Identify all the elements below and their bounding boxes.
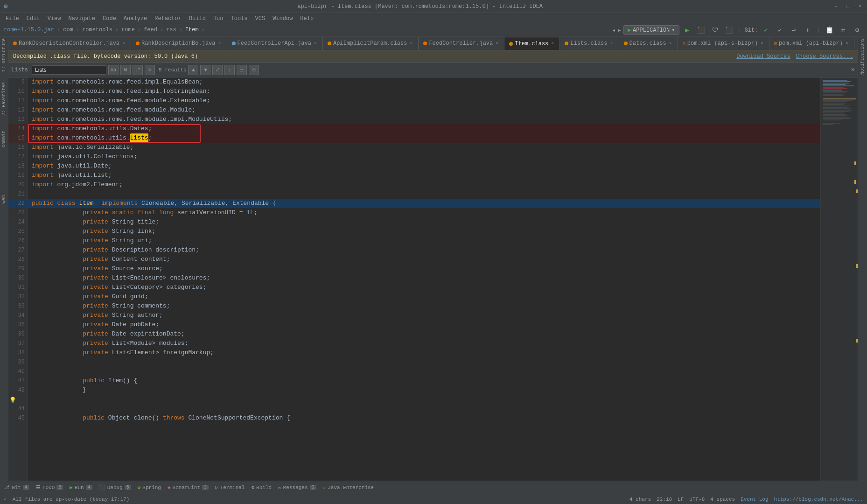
git-status[interactable]: ⎇ Git 4 — [4, 484, 29, 490]
status-encoding[interactable]: UTF-8 — [689, 497, 705, 502]
bookmark-btn[interactable]: 📋 — [823, 24, 835, 36]
find-next-btn[interactable]: ▼ — [200, 65, 210, 75]
tab-apiimplicitparam[interactable]: ApiImplicitParam.class × — [323, 37, 419, 50]
tab-close-feedcontroller[interactable]: × — [495, 41, 499, 47]
menu-window[interactable]: Window — [269, 13, 296, 24]
more-btn[interactable]: ⚙ — [851, 24, 863, 36]
tab-close-rankdescbo[interactable]: × — [217, 41, 222, 47]
git-push[interactable]: ⬆ — [802, 24, 814, 36]
menu-analyze[interactable]: Analyze — [120, 13, 151, 24]
messages-status[interactable]: ✉ Messages 0 — [278, 484, 316, 490]
run-button[interactable]: ▶ — [681, 24, 693, 36]
menu-help[interactable]: Help — [296, 13, 317, 24]
terminal-status[interactable]: ▷ Terminal — [215, 484, 245, 490]
tab-close-feedapi[interactable]: × — [313, 41, 318, 47]
stop-button[interactable]: ⬛ — [723, 24, 735, 36]
breadcrumb-rometools[interactable]: rometools — [82, 27, 112, 33]
tab-feedcontroller[interactable]: FeedController.java × — [419, 37, 504, 50]
tab-close-itemclass[interactable]: × — [550, 41, 555, 47]
find-expand-btn[interactable]: ⤢ — [212, 65, 223, 75]
debug-status[interactable]: ⬛ Debug 5 — [99, 484, 131, 490]
tab-lists-class[interactable]: Lists.class × — [560, 37, 619, 50]
event-log-link[interactable]: Event Log — [741, 497, 768, 502]
run-toolbar: ◂ ▸ ▶ APPLICATION ▾ ▶ ⬛ 🛡 ⬛ | Git: ✓ ✓ ↩… — [608, 24, 867, 36]
find-filter-btn[interactable]: ⊟ — [249, 65, 259, 75]
commit-panel-label[interactable]: Commit — [1, 131, 7, 147]
tab-label-datesclass: Dates.class — [629, 40, 666, 47]
find-prev-btn[interactable]: ▲ — [188, 65, 198, 75]
status-position[interactable]: 22:18 — [657, 497, 672, 502]
spring-status[interactable]: ✿ Spring — [138, 484, 161, 490]
status-lf[interactable]: LF — [678, 497, 684, 502]
tab-rankdescriptioncontroller[interactable]: RankDescriptionController.java × — [8, 37, 131, 50]
menu-edit[interactable]: Edit — [23, 13, 44, 24]
line-32: 32 — [8, 292, 28, 301]
build-status[interactable]: ⚙ Build — [251, 484, 272, 490]
find-count: 5 results — [159, 67, 186, 73]
find-match-case-btn[interactable]: Aa — [108, 65, 119, 75]
git-label: Git: — [744, 27, 758, 34]
debug-button[interactable]: ⬛ — [695, 24, 707, 36]
breadcrumb-com[interactable]: com — [63, 27, 73, 33]
choose-sources-link[interactable]: Choose Sources... — [796, 53, 853, 60]
download-sources-link[interactable]: Download Sources — [736, 53, 790, 60]
notifications-panel[interactable]: Notifications — [860, 38, 865, 75]
status-url[interactable]: https://blog.csdn.net/Anac... — [774, 497, 863, 502]
tab-pom-bizpr[interactable]: m pom.xml (api-bizpr) × — [769, 37, 854, 50]
tab-close-apiimplicit[interactable]: × — [409, 41, 413, 47]
find-in-selection-btn[interactable]: ≡ — [145, 65, 155, 75]
breadcrumb-item[interactable]: Item — [185, 27, 199, 33]
nav-btn[interactable]: ⇄ — [837, 24, 849, 36]
maximize-button[interactable]: □ — [845, 3, 851, 10]
find-close-button[interactable]: × — [851, 66, 855, 74]
code-line-37: private List<Module> modules; — [28, 339, 820, 348]
menu-code[interactable]: Code — [99, 13, 120, 24]
menu-build[interactable]: Build — [185, 13, 210, 24]
menu-file[interactable]: File — [2, 13, 23, 24]
close-button[interactable]: × — [857, 3, 863, 10]
status-chars[interactable]: 4 chars — [629, 497, 651, 502]
coverage-button[interactable]: 🛡 — [709, 24, 721, 36]
tab-item-class[interactable]: Item.class × — [504, 37, 560, 50]
menu-navigate[interactable]: Navigate — [64, 13, 99, 24]
java-enterprise-status[interactable]: ☕ Java Enterprise — [323, 484, 374, 490]
tab-feedcontrollerapi[interactable]: FeedControllerApi.java × — [227, 37, 323, 50]
back-btn[interactable]: ◂ — [612, 26, 615, 34]
run-status[interactable]: ▶ Run 4 — [70, 484, 92, 490]
git-check2[interactable]: ✓ — [774, 24, 786, 36]
sonar-status[interactable]: ◈ SonarLint 3 — [168, 484, 209, 490]
tab-close-rankdesc[interactable]: × — [121, 41, 126, 47]
tab-close-datesclass[interactable]: × — [668, 41, 673, 47]
menu-vcs[interactable]: VCS — [252, 13, 269, 24]
find-wrap-btn[interactable]: ↕ — [224, 65, 235, 75]
tab-pom-s-bizpr[interactable]: m pom.xml (api-s-bizpr) × — [678, 37, 769, 50]
breadcrumb-rss[interactable]: rss — [166, 27, 176, 33]
breadcrumb-jar[interactable]: rome-1.15.0.jar — [4, 27, 54, 33]
structure-panel-label[interactable]: 1: Structure — [1, 38, 7, 72]
find-whole-word-btn[interactable]: W — [120, 65, 131, 75]
fwd-btn[interactable]: ▸ — [617, 26, 621, 34]
tab-rankdescriptionbo[interactable]: RankDescriptionBo.java × — [131, 37, 227, 50]
find-highlight-btn[interactable]: ☰ — [237, 65, 247, 75]
favorites-panel-label[interactable]: 2: Favorites — [1, 82, 7, 116]
todo-status[interactable]: ☰ TODO 6 — [36, 484, 63, 490]
tab-close-pombizpr[interactable]: × — [845, 41, 849, 47]
tab-dates-class[interactable]: Dates.class × — [619, 37, 678, 50]
menu-tools[interactable]: Tools — [227, 13, 252, 24]
git-undo[interactable]: ↩ — [788, 24, 800, 36]
breadcrumb-rome[interactable]: rome — [121, 27, 135, 33]
breadcrumb-feed[interactable]: feed — [144, 27, 157, 33]
tab-close-poms[interactable]: × — [760, 41, 764, 47]
menu-view[interactable]: View — [44, 13, 65, 24]
status-indent[interactable]: 4 spaces — [710, 497, 735, 502]
minimize-button[interactable]: – — [832, 3, 839, 10]
menu-refactor[interactable]: Refactor — [151, 13, 185, 24]
run-configuration[interactable]: ▶ APPLICATION ▾ — [623, 25, 679, 35]
find-input[interactable] — [32, 65, 106, 75]
menu-run[interactable]: Run — [210, 13, 227, 24]
code-editor[interactable]: import com.rometools.rome.feed.impl.Equa… — [28, 77, 820, 481]
git-check1[interactable]: ✓ — [760, 24, 772, 36]
web-panel-label[interactable]: Web — [1, 195, 7, 203]
find-regex-btn[interactable]: .* — [133, 65, 143, 75]
tab-close-listsclass[interactable]: × — [609, 41, 614, 47]
